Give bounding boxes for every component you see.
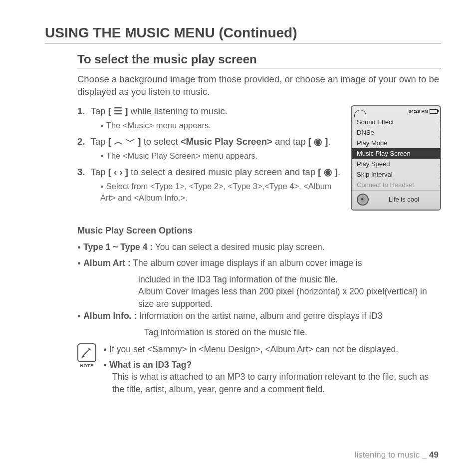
- bullet-icon: ▪: [77, 311, 80, 321]
- step-bold: <Music Play Screen>: [181, 136, 272, 147]
- option-item: ▪Album Info. : Information on the artist…: [77, 310, 441, 322]
- step-text: and tap: [272, 136, 308, 147]
- note-block: NOTE ▪If you set <Sammy> in <Menu Design…: [77, 343, 441, 395]
- note-icon: [77, 343, 96, 362]
- note-answer: This is what is attached to an MP3 to ca…: [103, 371, 441, 395]
- bullet-icon: ▪: [103, 360, 106, 370]
- leftright-icon: [ ‹ › ]: [108, 167, 128, 177]
- step-number: 2.: [77, 136, 88, 148]
- step-sub: Select from <Type 1>, <Type 2>, <Type 3>…: [100, 182, 332, 202]
- option-label: Type 1 ~ Type 4 :: [83, 242, 153, 252]
- bullet-icon: ▪: [100, 151, 103, 160]
- option-item: ▪Album Art : The album cover image displ…: [77, 257, 441, 269]
- steps-list: 1. Tap [ ☰ ] while listening to music. ▪…: [77, 105, 341, 208]
- step-text: to select: [141, 136, 181, 147]
- option-continuation: Album Cover images less than 200 pixel (…: [77, 285, 441, 310]
- step-text: .: [328, 136, 330, 147]
- note-question: What is an ID3 Tag?: [109, 360, 192, 370]
- page-heading: USING THE MUSIC MENU (Continued): [45, 25, 441, 43]
- option-continuation: included in the ID3 Tag information of t…: [77, 273, 441, 286]
- footer-sep: _: [420, 450, 429, 460]
- step-text: Tap: [91, 106, 108, 116]
- bullet-icon: ▪: [77, 242, 80, 252]
- section-title: To select the music play screen: [77, 52, 441, 68]
- note-label: NOTE: [80, 363, 93, 368]
- footer-section: listening to music: [355, 450, 420, 460]
- device-menu-item[interactable]: Skip Interval: [352, 169, 440, 180]
- page-number: 49: [429, 450, 439, 460]
- bullet-icon: ▪: [77, 258, 80, 268]
- bullet-icon: ▪: [103, 344, 106, 354]
- device-menu-item[interactable]: DNSe: [352, 127, 440, 138]
- option-label: Album Art :: [83, 258, 131, 268]
- cd-icon: [357, 194, 369, 206]
- step-text: Tap: [91, 136, 108, 147]
- select-icon: [ ◉ ]: [318, 167, 338, 177]
- device-menu-item[interactable]: Sound Effect: [352, 117, 440, 127]
- bullet-icon: ▪: [100, 121, 103, 130]
- step-number: 1.: [77, 105, 88, 118]
- note-line: If you set <Sammy> in <Menu Design>, <Al…: [109, 344, 398, 354]
- step-text: Tap: [91, 167, 108, 177]
- section-intro: Choose a background image from those pro…: [77, 73, 441, 98]
- step-sub: The <Music> menu appears.: [106, 121, 211, 130]
- step-sub: The <Music Play Screen> menu appears.: [106, 151, 258, 160]
- option-text: The album cover image displays if an alb…: [131, 258, 362, 268]
- device-menu-item[interactable]: Play Speed: [352, 159, 440, 169]
- device-track-name: Life is cool: [373, 196, 435, 203]
- menu-icon: [ ☰ ]: [108, 106, 128, 116]
- device-menu-list: Sound Effect DNSe Play Mode Music Play S…: [352, 116, 440, 190]
- device-menu-item[interactable]: Play Mode: [352, 138, 440, 148]
- device-time: 04:29 PM: [409, 109, 428, 114]
- option-text: You can select a desired music play scre…: [153, 242, 324, 252]
- step-3: 3. Tap [ ‹ › ] to select a desired music…: [77, 166, 341, 203]
- step-text: while listening to music.: [128, 106, 227, 116]
- device-menu-item-disabled: Connect to Headset: [352, 180, 440, 190]
- bullet-icon: ▪: [100, 182, 103, 191]
- updown-icon: [ ︿ ﹀ ]: [108, 136, 141, 147]
- option-label: Album Info. :: [83, 311, 137, 321]
- option-item: ▪Type 1 ~ Type 4 : You can select a desi…: [77, 241, 441, 253]
- option-text: Information on the artist name, album an…: [137, 311, 382, 321]
- device-menu-item-selected[interactable]: Music Play Screen: [352, 148, 440, 159]
- battery-icon: [430, 109, 438, 114]
- page-footer: listening to music _ 49: [355, 450, 439, 460]
- options-heading: Music Play Screen Options: [77, 226, 441, 236]
- step-2: 2. Tap [ ︿ ﹀ ] to select <Music Play Scr…: [77, 136, 341, 161]
- step-text: .: [338, 167, 340, 177]
- option-continuation: Tag information is stored on the music f…: [77, 326, 441, 339]
- device-screenshot: 04:29 PM Sound Effect DNSe Play Mode Mus…: [351, 105, 441, 211]
- select-icon: [ ◉ ]: [308, 136, 328, 147]
- step-1: 1. Tap [ ☰ ] while listening to music. ▪…: [77, 105, 341, 131]
- step-number: 3.: [77, 166, 88, 179]
- step-text: to select a desired music play screen an…: [128, 167, 318, 177]
